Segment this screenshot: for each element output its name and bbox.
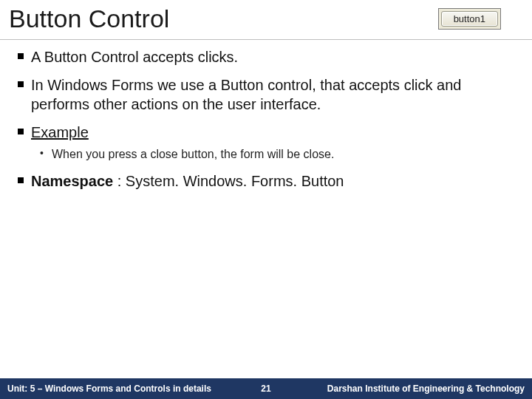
namespace-label: Namespace	[31, 173, 113, 189]
bullet-item: A Button Control accepts clicks.	[15, 47, 517, 66]
slide-title: Button Control	[9, 4, 169, 33]
bullet-text-example: Example	[31, 124, 89, 140]
button-demo[interactable]: button1	[441, 11, 498, 27]
button-demo-frame: button1	[438, 8, 501, 30]
sub-bullet-list: When you press a close button, the form …	[31, 146, 517, 163]
slide-content: A Button Control accepts clicks. In Wind…	[0, 40, 532, 191]
namespace-value: : System. Windows. Forms. Button	[113, 173, 344, 189]
slide-header: Button Control button1	[0, 0, 532, 40]
bullet-item: Namespace : System. Windows. Forms. Butt…	[15, 171, 517, 191]
footer-page-number: 21	[261, 383, 270, 394]
bullet-item: Example When you press a close button, t…	[15, 123, 517, 163]
footer-left: Unit: 5 – Windows Forms and Controls in …	[7, 383, 211, 394]
bullet-text: A Button Control accepts clicks.	[31, 49, 238, 65]
slide-footer: Unit: 5 – Windows Forms and Controls in …	[0, 378, 532, 399]
sub-bullet-text: When you press a close button, the form …	[52, 148, 334, 160]
bullet-list: A Button Control accepts clicks. In Wind…	[15, 47, 517, 191]
bullet-text: In Windows Forms we use a Button control…	[31, 77, 461, 112]
bullet-item: In Windows Forms we use a Button control…	[15, 75, 517, 114]
footer-right: Darshan Institute of Engineering & Techn…	[327, 383, 525, 394]
sub-bullet-item: When you press a close button, the form …	[31, 146, 517, 163]
